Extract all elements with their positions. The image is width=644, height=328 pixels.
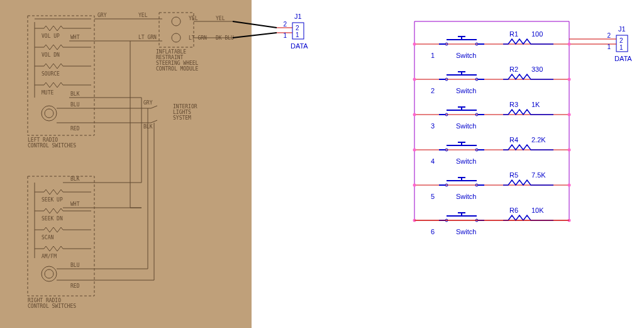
conn-name: J1 [618, 25, 626, 33]
sw-label: SEEK UP [42, 197, 63, 203]
junction-dot [413, 184, 416, 187]
conn-label: DATA [291, 42, 308, 50]
resistor-symbol [503, 145, 553, 150]
sw-label: AM/FM [42, 254, 57, 259]
resistor-value: 100 [531, 30, 543, 38]
wire-label: BLK [70, 176, 80, 182]
conn-pin2-ext: 2 [283, 21, 287, 28]
conn-pin2-ext: 2 [607, 32, 611, 39]
wire-label: WHT [70, 35, 80, 40]
junction-dot [568, 43, 571, 46]
switch-label: Switch [456, 157, 476, 165]
junction-dot [568, 78, 571, 81]
wire-label: WHT [70, 201, 80, 207]
junction-dot [413, 113, 416, 116]
row-index: 6 [431, 228, 435, 235]
resistor-symbol [503, 180, 553, 185]
conn-pin1: 1 [296, 31, 299, 38]
junction-dot [568, 149, 571, 152]
wire-label: YEL [138, 13, 148, 18]
switch-label: Switch [456, 193, 476, 200]
sw-label: MUTE [42, 90, 53, 96]
conn-pin1-ext: 1 [283, 32, 287, 39]
sw-label: VOL DN [42, 52, 60, 58]
wire-label: RED [70, 126, 80, 132]
conn-pin2: 2 [619, 37, 623, 44]
row-index: 2 [431, 87, 435, 94]
wire-label: RED [70, 283, 80, 289]
wire-label: BLU [70, 102, 80, 108]
switch-label: Switch [456, 52, 476, 59]
resistor-ref: R5 [509, 171, 518, 179]
row-index: 5 [431, 193, 435, 200]
resistor-value: 7.5K [531, 171, 546, 179]
sw-label: VOL UP [42, 33, 60, 39]
resistor-value: 1K [531, 101, 540, 108]
sw-label: SCAN [42, 235, 53, 240]
wire-label: GRY [143, 100, 153, 106]
conn-label: DATA [614, 55, 632, 62]
junction-dot [568, 184, 571, 187]
resistor-symbol [503, 110, 553, 115]
resistor-value: 330 [531, 65, 543, 73]
row-index: 4 [431, 157, 435, 165]
wire-label: BLU [70, 263, 80, 268]
row-index: 1 [431, 52, 435, 59]
resistor-ref: R4 [509, 136, 518, 144]
resistor-ref: R6 [509, 206, 518, 214]
conn-pin1-ext: 1 [607, 43, 611, 50]
sw-label: SEEK DN [42, 216, 63, 222]
switch-label: Switch [456, 228, 476, 235]
row-index: 3 [431, 122, 435, 130]
wire-label: YEL [189, 16, 198, 21]
sw-label: SOURCE [42, 71, 60, 77]
connector-j1-right: J1 2 1 2 1 DATA [601, 25, 632, 62]
paper-bg [0, 0, 252, 328]
switch-label: Switch [456, 122, 476, 130]
junction-dot [413, 78, 416, 81]
connector-j1-left: J1 2 1 2 1 DATA [277, 13, 308, 50]
junction-dot [413, 43, 416, 46]
wire-label: LT GRN [138, 35, 157, 40]
wire-label: YEL [216, 16, 225, 21]
conn-pin2: 2 [296, 25, 299, 31]
resistor-value: 2.2K [531, 136, 546, 144]
resistor-ref: R1 [509, 30, 518, 38]
resistor-value: 10K [531, 206, 544, 214]
switch-label: Switch [456, 87, 476, 94]
conn-name: J1 [294, 13, 302, 20]
junction-dot [568, 113, 571, 116]
wire-label: GRY [97, 13, 107, 18]
resistor-symbol [503, 74, 553, 79]
resistor-symbol [503, 215, 553, 220]
diagram-canvas: GRY VOL UP VOL DN WHT YEL SOURCE MUTE BL… [0, 0, 644, 328]
resistor-ref: R3 [509, 101, 518, 108]
right-schematic: 1SwitchR11002SwitchR23303SwitchR31K4Swit… [413, 21, 601, 235]
junction-dot [413, 149, 416, 152]
resistor-ref: R2 [509, 65, 518, 73]
resistor-symbol [503, 39, 553, 44]
conn-pin1: 1 [619, 44, 623, 51]
wire-label: BLK [70, 91, 80, 97]
